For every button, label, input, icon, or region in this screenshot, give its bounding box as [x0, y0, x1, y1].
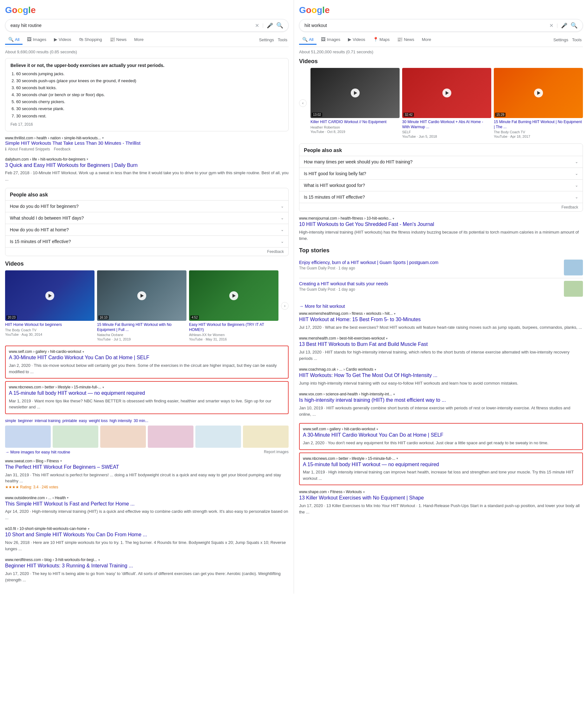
- right-result1-title[interactable]: 10 HIIT Workouts to Get You Shredded Fas…: [299, 221, 583, 228]
- tag-30min[interactable]: 30 min...: [134, 419, 148, 423]
- result2-title[interactable]: The Perfect HIIT Workout For Beginners –…: [5, 464, 289, 470]
- tag-beginner[interactable]: beginner: [18, 419, 33, 423]
- tab-more[interactable]: More: [131, 35, 147, 45]
- red-url-arrow-2[interactable]: ▾: [102, 386, 104, 389]
- tab-videos[interactable]: ▶ Videos: [51, 35, 75, 45]
- left-search-input[interactable]: easy hiit routine: [10, 23, 255, 28]
- tab-shopping[interactable]: 🛍 Shopping: [76, 35, 105, 45]
- right-search-input[interactable]: hiit workout: [304, 23, 549, 28]
- right-tab-maps[interactable]: 📍 Maps: [370, 35, 393, 45]
- tag-simple[interactable]: simple: [5, 419, 16, 423]
- left-video-2[interactable]: 4:52 Easy HIIT Workout for Beginners (TR…: [189, 270, 278, 341]
- about-snippets-link[interactable]: ℹ About Featured Snippets: [5, 147, 50, 152]
- video-title-1[interactable]: 15 Minute Fat Burning HIIT Workout with …: [97, 322, 187, 332]
- paa-item-3[interactable]: Is 15 minutes of HIIT effective? ⌄: [5, 236, 288, 247]
- right-red-result2-title[interactable]: A 15-minute full body HIIT workout — no …: [303, 461, 579, 468]
- mic-icon[interactable]: 🎤: [267, 22, 273, 28]
- right-tools-link[interactable]: Tools: [571, 36, 583, 44]
- right-red-result1-title[interactable]: A 30-Minute HIIT Cardio Workout You Can …: [303, 432, 579, 439]
- video-title-0[interactable]: HIIT Home Workout for beginners: [5, 322, 94, 327]
- right-url-arrow-3[interactable]: ▾: [386, 337, 387, 340]
- story-title-0[interactable]: Enjoy efficiency, burn of a HIIT workout…: [299, 260, 438, 265]
- feedback-link[interactable]: Feedback: [54, 147, 71, 152]
- tag-interval[interactable]: interval training: [35, 419, 60, 423]
- featured-link[interactable]: Simple HIIT Workouts That Take Less Than…: [5, 140, 289, 146]
- paa-item-0[interactable]: How do you do HIIT for beginners? ⌄: [5, 200, 288, 212]
- right-video-2[interactable]: 15:29 15 Minute Fat Burning HIIT Workout…: [494, 68, 583, 138]
- right-url-arrow-1[interactable]: ▾: [393, 217, 394, 220]
- url-arrow-5[interactable]: ▾: [98, 558, 100, 562]
- clear-icon[interactable]: ✕: [255, 22, 259, 28]
- url-arrow-2[interactable]: ▾: [60, 459, 62, 463]
- play-button-1[interactable]: [137, 291, 146, 300]
- right-red-url-arrow-1[interactable]: ▾: [376, 427, 378, 431]
- image-2[interactable]: [100, 426, 146, 448]
- more-hiit-link[interactable]: → More for hiit workout: [299, 304, 583, 309]
- story-title-1[interactable]: Creating a HIIT workout that suits your …: [299, 281, 388, 286]
- right-play-button-1[interactable]: [442, 88, 451, 97]
- right-paa-item-2[interactable]: What is HIIT workout good for? ⌄: [299, 179, 583, 191]
- tab-all[interactable]: 🔍 All: [5, 35, 22, 45]
- right-result3-title[interactable]: 13 Best HIIT Workouts to Burn Fat and Bu…: [299, 341, 583, 348]
- right-tab-more[interactable]: More: [419, 35, 435, 45]
- result5-title[interactable]: Beginner HIIT Workouts: 3 Running & Inte…: [5, 563, 289, 569]
- right-video-title-0[interactable]: Killer HIIT CARDIO Workout // No Equipme…: [311, 120, 400, 125]
- right-tab-all[interactable]: 🔍 All: [299, 35, 316, 45]
- right-play-button-0[interactable]: [351, 88, 360, 97]
- right-result2-title[interactable]: HIIT Workout at Home: 15 Best From 5- to…: [299, 316, 583, 323]
- right-clear-icon[interactable]: ✕: [549, 22, 553, 28]
- paa-feedback[interactable]: Feedback: [5, 247, 288, 256]
- left-video-1[interactable]: 16:10 15 Minute Fat Burning HIIT Workout…: [97, 270, 187, 341]
- right-url-arrow-5[interactable]: ▾: [393, 392, 395, 396]
- url-dropdown-arrow[interactable]: ▾: [102, 136, 104, 140]
- right-settings-link[interactable]: Settings: [552, 36, 570, 44]
- right-search-button[interactable]: 🔍: [571, 22, 578, 29]
- result4-title[interactable]: 10 Short and Simple HIIT Workouts You Ca…: [5, 531, 289, 538]
- red-result1-title[interactable]: A 30-Minute HIIT Cardio Workout You Can …: [9, 355, 285, 361]
- right-url-arrow-4[interactable]: ▾: [375, 368, 376, 371]
- right-video-title-2[interactable]: 15 Minute Fat Burning HIIT Workout | No …: [494, 120, 583, 129]
- videos-next-arrow[interactable]: ›: [281, 302, 289, 310]
- right-video-0[interactable]: 13:02 Killer HIIT CARDIO Workout // No E…: [311, 68, 400, 138]
- video-title-2[interactable]: Easy HIIT Workout for Beginners (TRY IT …: [189, 322, 278, 332]
- left-video-0[interactable]: 20:23 HIIT Home Workout for beginners Th…: [5, 270, 94, 341]
- settings-link[interactable]: Settings: [258, 36, 275, 44]
- right-result4-title[interactable]: HIIT Workouts: How To Get The Most Out O…: [299, 372, 583, 379]
- tools-link[interactable]: Tools: [277, 36, 289, 44]
- play-button-0[interactable]: [45, 291, 54, 300]
- tab-images[interactable]: 🖼 Images: [24, 35, 49, 45]
- image-5[interactable]: [243, 426, 289, 448]
- right-mic-icon[interactable]: 🎤: [561, 22, 567, 28]
- right-videos-prev-arrow[interactable]: ‹: [299, 99, 307, 107]
- tag-easy[interactable]: easy: [79, 419, 87, 423]
- red-url-arrow-1[interactable]: ▾: [82, 350, 84, 354]
- image-1[interactable]: [52, 426, 98, 448]
- url-arrow-4[interactable]: ▾: [88, 527, 89, 530]
- result3-title[interactable]: This Simple HIIT Workout Is Fast and Per…: [5, 501, 289, 507]
- search-button[interactable]: 🔍: [276, 22, 283, 29]
- image-0[interactable]: [5, 426, 51, 448]
- right-tab-videos[interactable]: ▶ Videos: [345, 35, 369, 45]
- right-video-title-1[interactable]: 30 Minute HIIT Cardio Workout + Abs At H…: [402, 120, 491, 129]
- right-paa-item-1[interactable]: Is HIIT good for losing belly fat? ⌄: [299, 167, 583, 179]
- right-paa-item-0[interactable]: How many times per week should you do HI…: [299, 156, 583, 167]
- right-tab-news[interactable]: 📰 News: [394, 35, 417, 45]
- right-paa-item-3[interactable]: Is 15 minutes of HIIT effective? ⌄: [299, 191, 583, 203]
- tag-printable[interactable]: printable: [62, 419, 77, 423]
- right-url-arrow-6[interactable]: ▾: [363, 490, 365, 494]
- result1-title[interactable]: 3 Quick and Easy HIIT Workouts for Begin…: [5, 162, 289, 169]
- image-4[interactable]: [195, 426, 241, 448]
- url-arrow-3[interactable]: ▾: [67, 496, 68, 500]
- tag-high-intensity[interactable]: high intensity: [110, 419, 132, 423]
- play-button-2[interactable]: [229, 291, 238, 300]
- red-result2-title[interactable]: A 15-minute full body HIIT workout — no …: [9, 390, 285, 397]
- tag-weight-loss[interactable]: weight loss: [89, 419, 107, 423]
- right-url-arrow-2[interactable]: ▾: [394, 312, 396, 316]
- paa-item-2[interactable]: How do you do HIIT at home? ⌄: [5, 224, 288, 236]
- url-arrow-1[interactable]: ▾: [87, 157, 88, 161]
- right-result6-title[interactable]: 13 Killer Workout Exercises with No Equi…: [299, 495, 583, 501]
- right-tab-images[interactable]: 🖼 Images: [318, 35, 343, 45]
- right-result5-title[interactable]: Is high-intensity interval training (HII…: [299, 397, 583, 404]
- more-images-link[interactable]: → More images for easy hiit routine: [5, 450, 70, 455]
- paa-item-1[interactable]: What should I do between HIIT days? ⌄: [5, 212, 288, 224]
